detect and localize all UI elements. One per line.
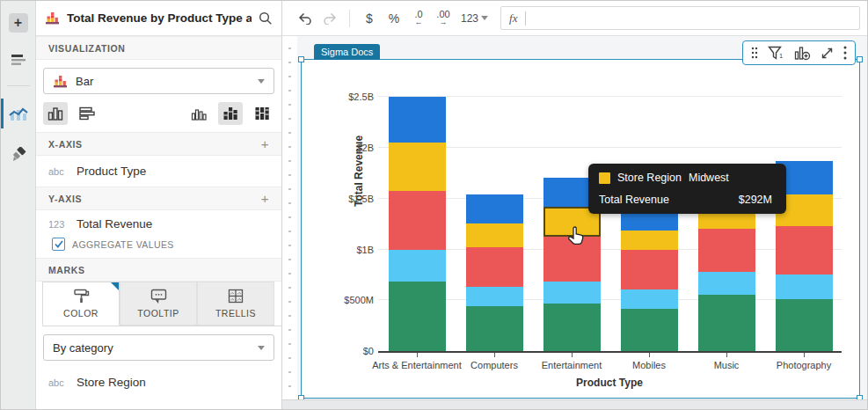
bar-segment[interactable]	[698, 272, 755, 296]
bar-segment[interactable]	[543, 282, 601, 303]
bar-segment[interactable]	[389, 97, 446, 143]
color-by-value: By category	[53, 341, 113, 355]
add-y-axis-field-button[interactable]: +	[261, 191, 269, 206]
bar-segment[interactable]	[389, 282, 446, 351]
bar-segment[interactable]	[466, 306, 523, 351]
x-tick-label: Arts & Entertainment	[372, 360, 462, 370]
tab-tooltip[interactable]: TOOLTIP	[120, 282, 197, 326]
marks-section-label: MARKS	[48, 265, 85, 275]
bar-segment[interactable]	[698, 295, 755, 351]
element-title: Total Revenue by Product Type a...	[67, 11, 252, 25]
format-nav-item[interactable]	[1, 141, 36, 171]
aggregate-checkbox[interactable]	[52, 238, 65, 251]
stacked-bar-button[interactable]	[218, 102, 243, 125]
bar-segment[interactable]	[621, 289, 678, 309]
bar-segment[interactable]	[621, 214, 678, 230]
tab-tooltip-label: TOOLTIP	[137, 308, 179, 318]
chart-style-buttons	[36, 100, 281, 132]
bar-Arts & Entertainment[interactable]	[389, 97, 446, 351]
add-element-button[interactable]: +	[9, 13, 28, 33]
viz-element-icon	[45, 11, 60, 25]
aggregate-values-row: AGGREGATE VALUES	[36, 238, 281, 258]
vertical-bar-button[interactable]	[43, 102, 68, 125]
x-tick-label: Photography	[777, 360, 831, 370]
percent-stacked-bar-button[interactable]	[250, 102, 274, 125]
x-axis-section-header: X-AXIS +	[36, 132, 281, 156]
bar-segment[interactable]	[466, 287, 523, 306]
redo-button[interactable]	[319, 7, 340, 30]
color-field-name: Store Region	[77, 376, 146, 389]
gridline	[378, 249, 842, 250]
chart-tooltip: Store Region Midwest Total Revenue $292M	[588, 164, 786, 214]
tab-color[interactable]: COLOR	[42, 282, 120, 326]
field-type-number: 123	[48, 219, 68, 230]
plot-area	[378, 86, 842, 353]
resize-handle-top-right[interactable]	[857, 56, 863, 62]
workbook-page: Sigma Docs Total Revenue Product Type $0…	[297, 36, 867, 409]
trellis-grid-icon	[228, 289, 244, 304]
bar-segment[interactable]	[389, 191, 446, 250]
x-tick-mark	[804, 353, 805, 357]
percent-format-button[interactable]: %	[383, 7, 405, 30]
horizontal-bar-button[interactable]	[75, 102, 99, 125]
chevron-down-icon	[258, 79, 265, 84]
currency-format-button[interactable]: $	[359, 7, 380, 30]
toolbar-divider	[349, 10, 350, 27]
bar-segment[interactable]	[698, 229, 755, 272]
bar-segment[interactable]	[466, 194, 523, 223]
decrease-decimal-button[interactable]: .0←	[408, 7, 429, 30]
bar-segment[interactable]	[621, 309, 678, 352]
increase-decimal-button[interactable]: .00→	[433, 7, 454, 30]
x-field-name: Product Type	[77, 165, 146, 178]
bar-segment[interactable]	[621, 231, 678, 250]
chart-type-dropdown[interactable]: Bar	[43, 68, 274, 94]
maximize-button[interactable]	[821, 47, 834, 60]
bar-segment[interactable]	[466, 223, 523, 248]
chart-type-value: Bar	[76, 75, 93, 88]
bar-segment[interactable]	[543, 304, 601, 351]
bar-segment[interactable]	[543, 237, 601, 282]
x-axis-section-label: X-AXIS	[48, 139, 83, 150]
x-axis-field[interactable]: abc Product Type	[36, 156, 281, 187]
bar-segment[interactable]	[389, 143, 446, 190]
visualization-nav-item[interactable]	[1, 99, 36, 128]
visualization-editor-panel: Total Revenue by Product Type a... VISUA…	[36, 1, 282, 409]
x-tick-label: Computers	[470, 360, 518, 370]
undo-button[interactable]	[295, 7, 316, 30]
search-icon[interactable]	[259, 11, 273, 26]
x-tick-label: Entertainment	[542, 360, 602, 370]
color-field[interactable]: abc Store Region	[36, 367, 281, 398]
resize-handle-top-left[interactable]	[298, 56, 304, 62]
marks-tabs: COLOR TOOLTIP	[42, 282, 281, 326]
filter-button[interactable]: 1	[768, 46, 784, 61]
explore-chart-button[interactable]	[794, 46, 811, 61]
format-toolbar: $ % .0← .00→ 123 fx	[282, 1, 867, 36]
tab-trellis[interactable]: TRELLIS	[197, 282, 274, 326]
bar-segment[interactable]	[776, 299, 833, 351]
field-type-text: abc	[48, 166, 68, 177]
bar-Mobiles[interactable]	[621, 214, 678, 351]
drag-handle-icon[interactable]	[751, 47, 758, 59]
y-axis-field[interactable]: 123 Total Revenue	[36, 210, 281, 238]
number-format-label: 123	[461, 12, 478, 25]
y-field-name: Total Revenue	[77, 217, 152, 231]
list-icon	[11, 54, 26, 66]
bar-Computers[interactable]	[466, 194, 523, 351]
outline-nav-item[interactable]	[1, 45, 36, 75]
grouped-bar-button[interactable]	[186, 102, 211, 125]
app-window: +	[0, 0, 868, 410]
chart-element[interactable]: Total Revenue Product Type $0$500M$1B$1.…	[301, 59, 860, 399]
formula-bar[interactable]: fx	[500, 6, 860, 30]
color-by-dropdown[interactable]: By category	[43, 334, 274, 361]
bar-segment[interactable]	[621, 250, 678, 289]
bar-segment[interactable]	[776, 275, 833, 299]
workbook-canvas: Sigma Docs Total Revenue Product Type $0…	[282, 36, 867, 409]
bar-segment[interactable]	[466, 247, 523, 287]
svg-text:1: 1	[779, 52, 783, 60]
number-format-dropdown[interactable]: 123	[457, 7, 492, 30]
bar-segment[interactable]	[389, 250, 446, 282]
add-x-axis-field-button[interactable]: +	[261, 136, 269, 151]
y-tick-label: $2.5B	[348, 92, 374, 102]
element-menu-button[interactable]	[843, 46, 847, 60]
bar-segment[interactable]	[776, 226, 833, 275]
